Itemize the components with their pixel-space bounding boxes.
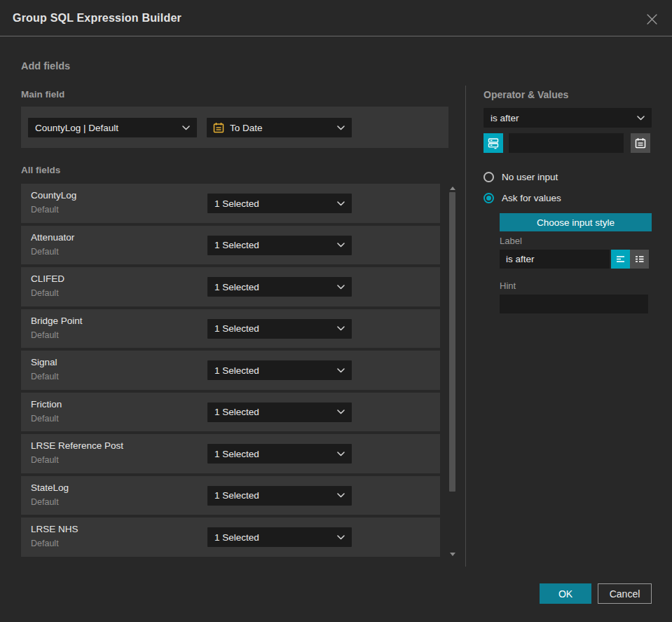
field-row: LRSE NHS Default 1 Selected <box>21 518 440 557</box>
date-mode-dropdown-value: To Date <box>230 123 337 133</box>
value-source-button[interactable] <box>484 133 503 153</box>
scrollbar-down-arrow[interactable] <box>450 553 455 556</box>
cancel-button[interactable]: Cancel <box>598 583 652 604</box>
field-selection-dropdown[interactable]: 1 Selected <box>207 277 352 297</box>
calendar-icon <box>213 122 224 133</box>
field-row: Friction Default 1 Selected <box>21 393 440 432</box>
all-fields-list: CountyLog Default 1 Selected Attenuator … <box>21 184 440 557</box>
choose-input-style-button[interactable]: Choose input style <box>500 213 652 231</box>
close-button[interactable] <box>643 10 661 28</box>
add-fields-heading: Add fields <box>21 60 70 72</box>
radio-ask-for-values[interactable]: Ask for values <box>484 193 561 203</box>
date-mode-dropdown[interactable]: To Date <box>207 118 352 137</box>
field-type: Default <box>31 497 59 507</box>
field-selection-dropdown[interactable]: 1 Selected <box>207 486 352 506</box>
scrollbar-up-arrow[interactable] <box>450 187 455 190</box>
field-selection-dropdown[interactable]: 1 Selected <box>207 360 352 380</box>
dialog-titlebar: Group SQL Expression Builder <box>0 0 672 36</box>
field-selection-value: 1 Selected <box>214 365 337 376</box>
main-field-dropdown[interactable]: CountyLog | Default <box>28 118 197 137</box>
field-name: Signal <box>31 357 57 367</box>
field-selection-dropdown[interactable]: 1 Selected <box>207 194 352 213</box>
chevron-down-icon <box>337 452 345 457</box>
chevron-down-icon <box>337 368 345 373</box>
field-row: Attenuator Default 1 Selected <box>21 226 440 265</box>
field-type: Default <box>31 414 59 424</box>
field-type: Default <box>31 372 59 381</box>
main-field-label: Main field <box>21 89 64 100</box>
label-input[interactable] <box>500 250 610 269</box>
chevron-down-icon <box>337 285 345 290</box>
scrollbar-thumb[interactable] <box>449 192 455 492</box>
date-picker-button[interactable] <box>631 133 650 153</box>
field-type: Default <box>31 247 59 257</box>
field-row: CLIFED Default 1 Selected <box>21 267 440 306</box>
list-style-button[interactable] <box>630 250 649 269</box>
radio-no-user-input-label: No user input <box>502 172 558 182</box>
field-row: Signal Default 1 Selected <box>21 351 440 390</box>
list-icon <box>634 254 645 264</box>
field-selection-dropdown[interactable]: 1 Selected <box>207 319 352 339</box>
field-selection-value: 1 Selected <box>214 532 337 543</box>
dialog-title: Group SQL Expression Builder <box>13 12 181 25</box>
field-selection-value: 1 Selected <box>214 198 337 209</box>
field-row: LRSE Reference Post Default 1 Selected <box>21 434 440 473</box>
single-line-style-button[interactable] <box>611 250 630 269</box>
field-row: Bridge Point Default 1 Selected <box>21 309 440 349</box>
field-row: CountyLog Default 1 Selected <box>21 184 440 223</box>
chevron-down-icon <box>637 116 645 121</box>
all-fields-label: All fields <box>21 165 60 175</box>
hint-input[interactable] <box>500 295 648 313</box>
field-selection-dropdown[interactable]: 1 Selected <box>207 527 352 547</box>
chevron-down-icon <box>337 201 345 206</box>
value-input[interactable] <box>509 133 624 153</box>
radio-ask-for-values-label: Ask for values <box>502 193 561 203</box>
field-selection-value: 1 Selected <box>214 407 337 417</box>
stacked-rows-icon <box>488 137 499 149</box>
panel-divider <box>465 86 466 567</box>
radio-no-user-input[interactable]: No user input <box>484 172 558 182</box>
field-name: CLIFED <box>31 273 64 284</box>
chevron-down-icon <box>337 410 345 414</box>
operator-dropdown-value: is after <box>491 113 637 123</box>
ok-button[interactable]: OK <box>540 583 591 604</box>
field-type: Default <box>31 205 59 215</box>
field-type: Default <box>31 330 59 340</box>
chevron-down-icon <box>182 126 190 130</box>
main-field-card: CountyLog | Default To Date <box>21 107 448 148</box>
chevron-down-icon <box>337 535 345 540</box>
chevron-down-icon <box>337 126 345 130</box>
group-sql-expression-builder-dialog: Group SQL Expression Builder Add fields … <box>0 0 672 622</box>
radio-circle-icon <box>484 172 494 182</box>
field-row: StateLog Default 1 Selected <box>21 476 440 515</box>
align-left-icon <box>615 254 626 264</box>
fields-list-scrollbar <box>448 184 456 560</box>
label-field-label: Label <box>500 236 522 246</box>
field-selection-value: 1 Selected <box>214 282 337 292</box>
operator-values-heading: Operator & Values <box>484 89 568 100</box>
main-field-dropdown-value: CountyLog | Default <box>35 123 182 133</box>
field-selection-value: 1 Selected <box>214 449 337 459</box>
chevron-down-icon <box>337 493 345 498</box>
field-name: CountyLog <box>31 190 76 201</box>
field-type: Default <box>31 539 59 548</box>
field-selection-value: 1 Selected <box>214 490 337 501</box>
field-name: LRSE Reference Post <box>31 440 123 451</box>
field-selection-value: 1 Selected <box>214 240 337 250</box>
field-name: StateLog <box>31 482 69 493</box>
hint-field-label: Hint <box>500 280 516 291</box>
field-selection-dropdown[interactable]: 1 Selected <box>207 403 352 422</box>
operator-dropdown[interactable]: is after <box>484 108 652 128</box>
close-icon <box>647 14 657 25</box>
chevron-down-icon <box>337 326 345 331</box>
value-row <box>484 133 652 153</box>
chevron-down-icon <box>337 243 345 248</box>
field-selection-dropdown[interactable]: 1 Selected <box>207 444 352 464</box>
field-name: LRSE NHS <box>31 524 78 534</box>
field-type: Default <box>31 288 59 298</box>
field-name: Friction <box>31 399 62 410</box>
radio-circle-selected-icon <box>484 193 494 203</box>
field-selection-dropdown[interactable]: 1 Selected <box>207 236 352 255</box>
calendar-icon <box>635 137 646 149</box>
field-selection-value: 1 Selected <box>214 323 337 334</box>
